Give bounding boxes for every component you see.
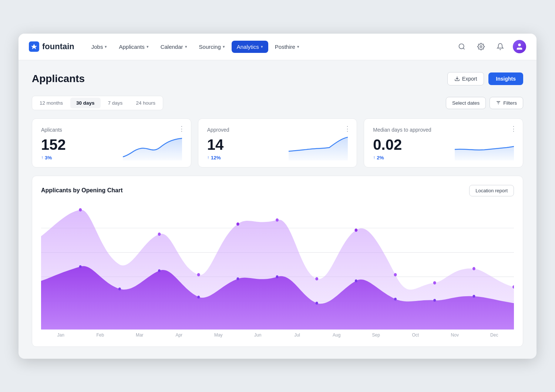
brand-name: fountain [42, 42, 74, 51]
select-dates-button[interactable]: Select dates [446, 97, 486, 109]
time-filter-24hours[interactable]: 24 hours [130, 98, 161, 108]
nav-item-calendar[interactable]: Calendar ▾ [155, 41, 192, 53]
card-left-approved: 14 ↑ 12% [207, 137, 224, 160]
card-menu-median[interactable]: ⋮ [510, 125, 517, 133]
card-left-applicants: 152 ↑ 3% [41, 137, 66, 160]
settings-button[interactable] [474, 40, 488, 53]
app-window: fountain Jobs ▾ Applicants ▾ Calendar ▾ … [18, 34, 536, 359]
time-filters: 12 months 30 days 7 days 24 hours [32, 96, 163, 110]
card-value-approved: 14 [207, 137, 224, 152]
nav-label-posthire: Posthire [275, 44, 295, 50]
card-menu-approved[interactable]: ⋮ [344, 125, 351, 133]
time-filter-7days[interactable]: 7 days [102, 98, 129, 108]
svg-point-13 [197, 273, 200, 276]
svg-point-1 [480, 46, 482, 48]
logo[interactable]: fountain [29, 41, 74, 52]
time-filter-12months[interactable]: 12 months [34, 98, 69, 108]
nav-label-jobs: Jobs [91, 44, 103, 50]
up-arrow-icon: ↑ [207, 155, 209, 160]
x-label-may: May [199, 332, 238, 338]
svg-point-22 [79, 265, 82, 268]
x-label-jun: Jun [238, 332, 278, 338]
x-label-feb: Feb [81, 332, 120, 338]
up-arrow-icon: ↑ [41, 155, 43, 160]
card-change-pct-approved: 12% [211, 155, 221, 160]
sparkline-median [455, 136, 514, 160]
svg-point-11 [79, 208, 82, 212]
area-chart [41, 204, 514, 330]
sparkline-applicants [123, 136, 182, 160]
main-content: Applicants Export Insights 12 months [18, 60, 536, 359]
export-icon [454, 76, 460, 81]
x-label-apr: Apr [159, 332, 199, 338]
svg-point-0 [459, 44, 464, 49]
svg-point-2 [518, 44, 521, 46]
nav-item-jobs[interactable]: Jobs ▾ [86, 41, 112, 53]
chart-card: Applicants by Opening Chart Location rep… [32, 176, 523, 347]
x-label-nov: Nov [435, 332, 475, 338]
filter-icon [496, 100, 501, 105]
card-change-pct-median: 2% [377, 155, 384, 160]
nav-right [455, 40, 526, 53]
location-report-button[interactable]: Location report [469, 185, 514, 196]
svg-point-25 [197, 295, 200, 298]
page-header: Applicants Export Insights [32, 72, 523, 85]
svg-point-26 [236, 277, 239, 280]
chevron-down-icon: ▾ [223, 44, 225, 49]
export-button[interactable]: Export [447, 72, 484, 85]
stat-card-approved: ⋮ Approved 14 ↑ 12% [198, 118, 357, 168]
x-label-aug: Aug [317, 332, 357, 338]
search-button[interactable] [455, 40, 468, 53]
card-change-approved: ↑ 12% [207, 155, 224, 160]
card-label-median: Median days to approved [373, 127, 514, 133]
nav-label-sourcing: Sourcing [199, 44, 221, 50]
stat-card-median: ⋮ Median days to approved 0.02 ↑ 2% [364, 118, 523, 168]
card-menu-applicants[interactable]: ⋮ [178, 125, 185, 133]
filters-row: 12 months 30 days 7 days 24 hours Select… [32, 96, 523, 110]
sparkline-approved [289, 136, 348, 160]
nav-item-analytics[interactable]: Analytics ▾ [232, 41, 268, 53]
right-filters: Select dates Filters [446, 97, 523, 109]
stat-cards: ⋮ Aplicants 152 ↑ 3% [32, 118, 523, 168]
up-arrow-icon: ↑ [373, 155, 375, 160]
card-body-median: 0.02 ↑ 2% [373, 136, 514, 160]
svg-point-17 [354, 228, 357, 232]
svg-point-12 [158, 232, 161, 236]
filters-button[interactable]: Filters [490, 97, 523, 109]
chart-title: Applicants by Opening Chart [41, 187, 122, 194]
x-label-jul: Jul [278, 332, 317, 338]
notifications-button[interactable] [494, 40, 507, 53]
nav-item-applicants[interactable]: Applicants ▾ [114, 41, 154, 53]
svg-point-29 [355, 279, 357, 282]
svg-point-23 [118, 287, 121, 290]
x-label-mar: Mar [120, 332, 159, 338]
filters-label: Filters [503, 100, 517, 106]
card-label-applicants: Aplicants [41, 127, 182, 133]
chart-area [41, 204, 514, 330]
card-change-median: ↑ 2% [373, 155, 402, 160]
x-label-oct: Oct [396, 332, 435, 338]
svg-point-31 [433, 299, 436, 302]
svg-point-24 [158, 269, 161, 272]
export-label: Export [462, 76, 477, 82]
avatar[interactable] [513, 40, 526, 53]
nav-item-sourcing[interactable]: Sourcing ▾ [194, 41, 230, 53]
nav-items: Jobs ▾ Applicants ▾ Calendar ▾ Sourcing … [86, 41, 455, 53]
svg-point-28 [316, 301, 318, 304]
time-filter-30days[interactable]: 30 days [70, 98, 101, 108]
svg-point-16 [315, 277, 318, 280]
page-title: Applicants [32, 73, 85, 85]
nav-label-analytics: Analytics [237, 44, 259, 50]
card-label-approved: Approved [207, 127, 348, 133]
stat-card-applicants: ⋮ Aplicants 152 ↑ 3% [32, 118, 191, 168]
chevron-down-icon: ▾ [105, 44, 107, 49]
nav-item-posthire[interactable]: Posthire ▾ [270, 41, 305, 53]
insights-label: Insights [496, 76, 516, 82]
card-body-approved: 14 ↑ 12% [207, 136, 348, 160]
svg-point-30 [394, 297, 397, 300]
insights-button[interactable]: Insights [488, 72, 523, 85]
svg-point-14 [236, 222, 239, 226]
card-body-applicants: 152 ↑ 3% [41, 136, 182, 160]
navbar: fountain Jobs ▾ Applicants ▾ Calendar ▾ … [18, 34, 536, 60]
x-label-sep: Sep [356, 332, 396, 338]
